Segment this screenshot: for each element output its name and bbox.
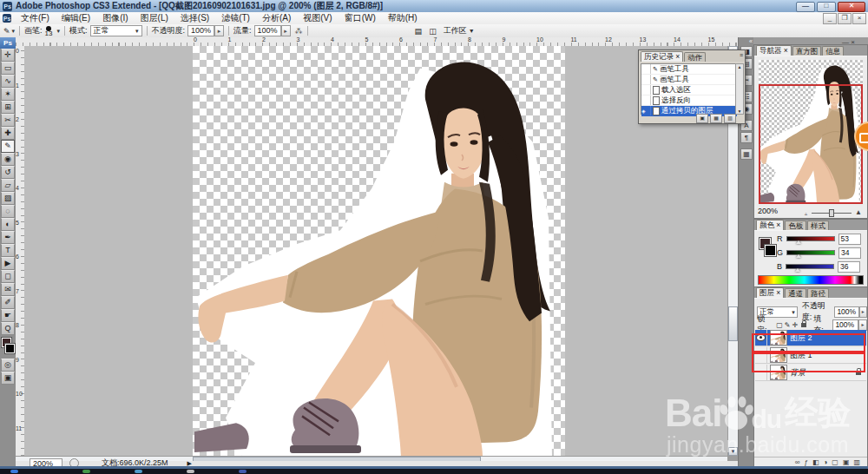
screen-mode-button[interactable]: ▣: [1, 372, 15, 385]
close-button[interactable]: ✕: [838, 2, 865, 12]
flow-input[interactable]: 100%: [254, 25, 281, 36]
blue-value[interactable]: 36: [838, 261, 860, 273]
green-value[interactable]: 34: [838, 247, 861, 259]
tool-pen[interactable]: ✒: [1, 231, 15, 244]
menu-help[interactable]: 帮助(H): [382, 12, 424, 24]
green-slider[interactable]: [786, 250, 835, 255]
bridge-icon[interactable]: ◫: [429, 27, 437, 36]
new-layer-icon[interactable]: ▣: [843, 458, 850, 466]
menu-view[interactable]: 视图(V): [297, 12, 338, 24]
scroll-down-icon[interactable]: ▼: [728, 447, 738, 456]
title-bar[interactable]: Ps Adobe Photoshop CS3 Extended - [QQ截图2…: [0, 0, 868, 12]
tool-lasso[interactable]: ∿: [1, 75, 15, 88]
tool-history-brush[interactable]: ↺: [1, 166, 15, 179]
tool-hand[interactable]: ☛: [1, 309, 15, 322]
history-scrollbar[interactable]: ▲ ▼: [735, 63, 744, 115]
color-background-swatch[interactable]: [765, 245, 776, 256]
layer-group-icon[interactable]: ▢: [832, 458, 838, 466]
tool-shape[interactable]: ◻: [1, 270, 15, 283]
mode-select[interactable]: 正常▾: [90, 25, 142, 36]
tab-swatches[interactable]: 色板: [785, 221, 806, 230]
minimize-button[interactable]: —: [796, 2, 815, 12]
history-source-checkbox[interactable]: [641, 85, 651, 95]
lock-buttons[interactable]: ▢✎✛: [776, 321, 799, 329]
menu-file[interactable]: 文件(F): [15, 12, 56, 24]
paragraph-panel-icon[interactable]: ¶: [740, 132, 753, 143]
navigator-thumbnail[interactable]: [759, 60, 863, 204]
tool-marquee[interactable]: ▭: [1, 62, 15, 75]
windows-taskbar[interactable]: [0, 469, 868, 474]
delete-layer-icon[interactable]: ▥: [853, 458, 860, 466]
tool-slice[interactable]: ✂: [1, 114, 15, 127]
red-slider[interactable]: [786, 236, 835, 241]
doc-close-button[interactable]: ×: [852, 13, 866, 24]
tab-navigator[interactable]: 导航器 ×: [756, 45, 792, 56]
toolbox-grip[interactable]: Ps: [0, 37, 16, 49]
background-color-swatch[interactable]: [5, 344, 15, 353]
navigator-zoom-slider[interactable]: ▵ ▲: [805, 207, 862, 216]
red-value[interactable]: 53: [838, 234, 861, 245]
airbrush-toggle-icon[interactable]: ⁂: [295, 27, 303, 36]
canvas[interactable]: [193, 46, 565, 456]
navigator-view-box[interactable]: [759, 84, 863, 204]
navigator-zoom-value[interactable]: 200%: [758, 207, 778, 215]
tool-notes[interactable]: ✉: [1, 283, 15, 296]
adjustment-layer-icon[interactable]: ◑: [823, 458, 827, 466]
tab-color[interactable]: 颜色 ×: [756, 220, 784, 230]
brush-dropdown-icon[interactable]: ▾: [56, 28, 60, 35]
tool-healing-brush[interactable]: ✚: [1, 127, 15, 140]
zoom-slider-thumb[interactable]: [829, 209, 834, 217]
tool-eraser[interactable]: ▱: [1, 179, 15, 192]
tab-paths[interactable]: 路径: [807, 288, 829, 298]
history-step[interactable]: 载入选区: [641, 85, 737, 95]
tool-brush[interactable]: ✎: [1, 140, 15, 153]
tab-info[interactable]: 信息: [822, 46, 844, 56]
tool-magic-wand[interactable]: ✶: [1, 88, 15, 101]
workspace-menu[interactable]: 工作区▼: [444, 25, 475, 36]
menu-window[interactable]: 窗口(W): [339, 12, 382, 24]
tab-actions[interactable]: 动作: [684, 52, 706, 62]
blue-slider[interactable]: [786, 264, 834, 269]
tool-gradient[interactable]: ▨: [1, 192, 15, 205]
history-step[interactable]: ✎ 画笔工具: [641, 75, 737, 85]
tab-styles[interactable]: 样式: [807, 221, 829, 230]
tool-blur[interactable]: ◌: [1, 205, 15, 218]
tool-crop[interactable]: ⊞: [1, 101, 15, 114]
tab-histogram[interactable]: 直方图: [792, 46, 822, 56]
history-panel-menu-icon[interactable]: ≡: [740, 52, 743, 58]
link-layers-icon[interactable]: ∞: [795, 458, 800, 466]
tool-path-select[interactable]: ▶: [1, 257, 15, 270]
tool-eyedropper[interactable]: ✐: [1, 296, 15, 309]
tool-preset-dropdown-icon[interactable]: ▾: [12, 28, 16, 35]
history-step[interactable]: ✎ 画笔工具: [641, 64, 737, 75]
menu-select[interactable]: 选择(S): [174, 12, 215, 24]
brush-preview[interactable]: 13: [45, 26, 53, 36]
color-spectrum-bar[interactable]: [758, 275, 864, 285]
delete-state-icon[interactable]: ▥: [724, 114, 736, 123]
new-snapshot-icon[interactable]: ▦: [710, 114, 722, 123]
opacity-input[interactable]: 100%: [187, 25, 214, 36]
extra-panel-icon[interactable]: ▦: [740, 148, 753, 160]
quick-mask-button[interactable]: ◎: [1, 359, 15, 372]
layers-fill-spinner[interactable]: ▸: [858, 319, 867, 331]
layers-fill-value[interactable]: 100%: [832, 319, 858, 331]
doc-minimize-button[interactable]: _: [823, 13, 837, 24]
vertical-scroll-thumb[interactable]: [728, 306, 738, 341]
scroll-up-icon[interactable]: ▲: [736, 64, 743, 69]
menu-layer[interactable]: 图层(L): [135, 12, 174, 24]
history-source-checkbox[interactable]: [641, 75, 651, 84]
tab-channels[interactable]: 通道: [785, 288, 806, 298]
history-source-checkbox[interactable]: [641, 64, 651, 74]
doc-restore-button[interactable]: ❐: [838, 13, 852, 24]
tool-clone-stamp[interactable]: ◉: [1, 153, 15, 166]
tool-dodge[interactable]: ◐: [1, 218, 15, 231]
tab-history[interactable]: 历史记录 ×: [641, 51, 683, 62]
palette-well-icon[interactable]: ▤: [415, 27, 423, 36]
history-source-checkbox[interactable]: [641, 95, 651, 105]
menu-image[interactable]: 图像(I): [96, 12, 134, 24]
menu-filter[interactable]: 滤镜(T): [215, 12, 256, 24]
layer-style-icon[interactable]: ƒ: [804, 458, 807, 466]
maximize-button[interactable]: □: [817, 2, 836, 12]
tool-zoom[interactable]: Q: [1, 322, 15, 335]
flow-spinner[interactable]: ▸: [281, 25, 291, 36]
